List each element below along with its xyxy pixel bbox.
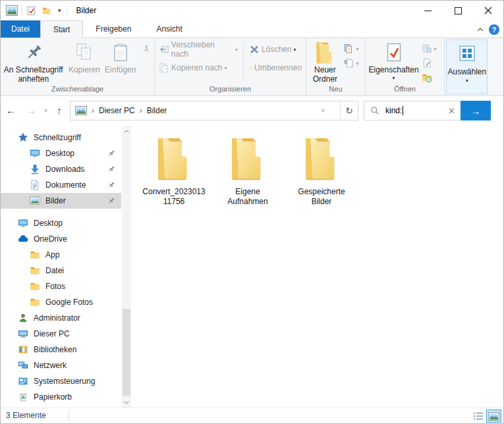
sidebar-item-label: Desktop (34, 219, 63, 228)
folder-name: EigeneAufnahmen (227, 187, 267, 207)
folder-name: Convert_202301311756 (142, 187, 205, 207)
collapse-ribbon-icon[interactable] (477, 26, 484, 33)
details-view-button[interactable] (472, 410, 485, 422)
ribbon-group-clipboard: An Schnellzugriff anheften Kopieren Einf… (1, 38, 155, 95)
paste-label: Einfügen (105, 65, 136, 74)
delete-button[interactable]: Löschen ▾ (249, 43, 302, 55)
select-button[interactable]: Auswählen ▾ (446, 40, 488, 94)
clear-search-icon[interactable]: ✕ (448, 106, 455, 116)
sidebar-item-bilder[interactable]: Bilder (1, 193, 121, 209)
search-go-button[interactable]: → (461, 101, 491, 120)
back-icon[interactable]: ← (1, 105, 21, 116)
new-folder-button[interactable]: Neuer Ordner (306, 40, 343, 84)
edit-button[interactable] (422, 57, 444, 69)
sidebar-item-desktop[interactable]: Desktop (1, 215, 121, 231)
desktop-icon (30, 148, 40, 159)
close-button[interactable] (473, 1, 503, 20)
sidebar-item-desktop[interactable]: Desktop (1, 146, 121, 161)
scroll-up-icon[interactable] (122, 126, 131, 136)
properties-button[interactable]: Eigenschaften ▾ (366, 40, 422, 81)
recent-locations-caret-icon[interactable]: ˅ (42, 107, 50, 114)
sidebar-item-label: Dokumente (45, 180, 86, 190)
scroll-down-icon[interactable] (122, 397, 131, 408)
sidebar-item-schnellzugriff[interactable]: Schnellzugriff (1, 130, 121, 146)
sidebar-item-label: Dieser PC (34, 329, 70, 338)
breadcrumb-dieser-pc[interactable]: Dieser PC (99, 106, 135, 115)
sidebar-item-fotos[interactable]: Fotos (1, 278, 121, 294)
pin-to-quick-access-button[interactable]: An Schnellzugriff anheften (1, 40, 67, 84)
folder-tile-eigene-aufnahmen[interactable]: EigeneAufnahmen (218, 135, 277, 207)
sidebar-item-google-fotos[interactable]: Google Fotos (1, 294, 121, 310)
sidebar-item-label: App (45, 250, 59, 259)
sidebar-scrollbar[interactable] (122, 126, 131, 408)
sidebar-item-systemsteuerung[interactable]: Systemsteuerung (1, 373, 121, 389)
thumbnail-view-button[interactable] (486, 410, 501, 423)
forward-icon[interactable]: → (21, 105, 42, 116)
sidebar-item-downloads[interactable]: Downloads (1, 161, 121, 177)
history-button[interactable] (422, 72, 444, 84)
window-title: Bilder (76, 6, 97, 15)
folder-tile-gespeicherte-bilder[interactable]: GespeicherteBilder (292, 135, 351, 207)
address-bar[interactable]: › Dieser PC › Bilder ˅ ↻ (70, 101, 358, 120)
open-button[interactable]: ▾ (422, 43, 444, 55)
breadcrumb-chevron-icon: › (87, 106, 99, 115)
maximize-button[interactable] (443, 1, 473, 20)
sidebar-item-papierkorb[interactable]: Papierkorb (1, 389, 121, 405)
new-folder-label: Neuer Ordner (306, 65, 343, 84)
move-to-icon (159, 44, 169, 55)
properties-qat-icon[interactable] (26, 6, 36, 16)
minimize-button[interactable] (412, 1, 443, 20)
tab-freigeben[interactable]: Freigeben (83, 20, 144, 38)
tab-datei[interactable]: Datei (1, 20, 40, 38)
up-icon[interactable]: ↑ (50, 105, 67, 116)
sidebar-item-label: Google Fotos (45, 298, 93, 307)
status-bar: 3 Elemente (1, 408, 503, 423)
search-box[interactable]: kind: ✕ → (364, 101, 491, 120)
text-cursor (403, 106, 403, 115)
sidebar-item-label: Datei (45, 266, 64, 275)
pc-icon (18, 329, 28, 339)
address-location-icon (75, 106, 87, 115)
sidebar-item-onedrive[interactable]: OneDrive (1, 231, 121, 247)
search-input-value[interactable]: kind: (385, 106, 402, 115)
tab-ansicht[interactable]: Ansicht (144, 20, 194, 38)
refresh-icon[interactable]: ↻ (340, 101, 358, 120)
sidebar-item-label: Downloads (45, 165, 84, 174)
copy-to-button[interactable]: Kopieren nach ▾ (159, 62, 238, 74)
sidebar-item-dokumente[interactable]: Dokumente (1, 177, 121, 193)
navigation-pane: SchnellzugriffDesktopDownloadsDokumenteB… (1, 130, 121, 408)
pin-icon (107, 181, 115, 189)
sidebar-item-administrator[interactable]: Administrator (1, 310, 121, 326)
copy-button[interactable]: Kopieren (67, 40, 103, 74)
sidebar-item-bibliotheken[interactable]: Bibliotheken (1, 342, 121, 358)
address-dropdown-icon[interactable]: ˅ (322, 107, 325, 114)
easy-access-icon (343, 58, 354, 68)
folder-icon (30, 265, 40, 276)
rename-button[interactable]: Umbenennen (249, 62, 302, 74)
move-to-button[interactable]: Verschieben nach ▾ (159, 43, 238, 55)
help-icon[interactable]: ? (489, 24, 499, 35)
sidebar-item-label: Netzwerk (34, 361, 67, 370)
pushpin-icon (23, 42, 44, 63)
new-folder-icon (314, 42, 335, 63)
tab-start[interactable]: Start (40, 20, 83, 38)
cut-icon[interactable]: ✂ (143, 43, 150, 53)
folder-tile-convert-202301311756[interactable]: Convert_202301311756 (144, 135, 204, 207)
sidebar-item-label: Bibliotheken (34, 345, 76, 354)
paste-button[interactable]: Einfügen (102, 40, 138, 74)
new-folder-qat-icon[interactable] (42, 6, 51, 16)
sidebar-item-app[interactable]: App (1, 247, 121, 263)
content-area: SchnellzugriffDesktopDownloadsDokumenteB… (1, 124, 503, 408)
properties-icon (383, 42, 405, 63)
folder-icon (155, 135, 192, 184)
folder-icon (30, 250, 40, 260)
easy-access-button[interactable]: ▾ (343, 57, 364, 69)
scrollbar-thumb[interactable] (123, 309, 130, 396)
sidebar-item-dieser-pc[interactable]: Dieser PC (1, 326, 121, 342)
sidebar-item-datei[interactable]: Datei (1, 263, 121, 278)
qat-customize-caret-icon[interactable]: ▾ (57, 7, 63, 14)
item-count: 3 Elemente (6, 411, 46, 420)
sidebar-item-netzwerk[interactable]: Netzwerk (1, 358, 121, 373)
breadcrumb-bilder[interactable]: Bilder (147, 106, 167, 115)
new-item-button[interactable]: ▾ (343, 43, 364, 55)
